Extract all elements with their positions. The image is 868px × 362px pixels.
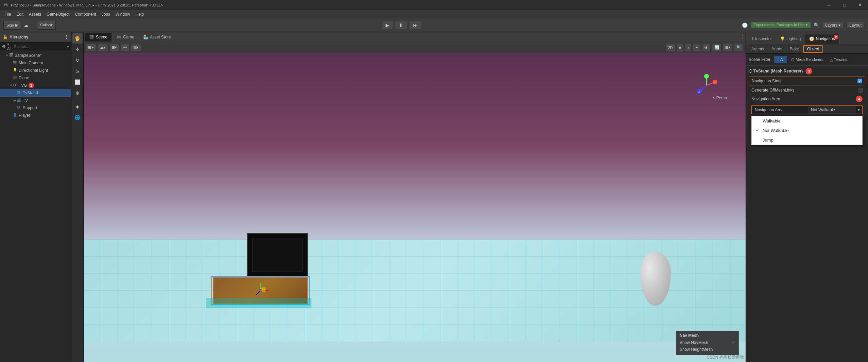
scene-grid-btn[interactable]: ≡▾ <box>121 44 130 51</box>
close-button[interactable]: ✕ <box>852 0 868 10</box>
tree-item-tvstand[interactable]: ⬡ TvStand <box>0 89 71 97</box>
filter-all-button[interactable]: □ All <box>774 56 787 63</box>
filter-terrains-button[interactable]: △ Terrains <box>828 56 850 63</box>
tree-label-support: Support <box>23 105 37 110</box>
menu-edit[interactable]: Edit <box>14 11 26 17</box>
walkable-label: Walkable <box>763 118 781 124</box>
maximize-button[interactable]: □ <box>837 0 852 10</box>
scene-overlay-btn[interactable]: ☁▾ <box>98 44 108 51</box>
tvstand-icon: ⬡ <box>17 90 22 95</box>
scene-cam-btn[interactable]: 🔍 <box>734 44 744 51</box>
not-walkable-check: ✓ <box>756 128 761 133</box>
plane-icon: ⬛ <box>13 76 18 80</box>
menu-help[interactable]: Help <box>133 11 147 17</box>
scene-hidden-btn[interactable]: 👁 <box>702 44 711 51</box>
rotate-tool[interactable]: ↻ <box>72 55 83 65</box>
layers-button[interactable]: Layers ▾ <box>822 22 844 29</box>
hierarchy-search[interactable]: ⊕ ▾ All + <box>0 42 71 50</box>
tree-item-support[interactable]: ⬡ Support <box>0 104 71 112</box>
hierarchy-lock-icon[interactable]: 🔓 <box>3 35 8 39</box>
tree-item-tv[interactable]: ▶ 📺 TV <box>0 97 71 104</box>
nav-subtab-areas[interactable]: Areas <box>768 45 785 53</box>
scene-lighting-btn[interactable]: ● <box>677 44 684 51</box>
menu-assets[interactable]: Assets <box>26 11 44 17</box>
cloud-icon[interactable]: ☁ <box>24 22 29 28</box>
hierarchy-menu-icon[interactable]: ⋮ <box>64 35 68 39</box>
menu-window[interactable]: Window <box>113 11 133 17</box>
nav-subtab-bake[interactable]: Bake <box>786 45 802 53</box>
tree-item-player[interactable]: 👤 Player <box>0 112 71 119</box>
filter-meshrenderers-button[interactable]: ⬡ Mesh Renderers <box>788 56 826 63</box>
scene-gizmo-btn[interactable]: ⊞ ▾ <box>86 44 96 51</box>
filter-terrain-icon: △ <box>830 57 833 62</box>
navmesh-row-shownavmesh[interactable]: Show NavMesh ✓ <box>680 339 735 346</box>
nav-subtab-agents[interactable]: Agents <box>748 45 767 53</box>
nav-static-checkbox[interactable]: ✓ <box>857 79 862 83</box>
menu-file[interactable]: File <box>2 11 14 17</box>
scale-tool[interactable]: ⇲ <box>72 66 83 76</box>
generate-offmesh-checkbox[interactable] <box>858 88 863 93</box>
tab-game[interactable]: 🎮 Game <box>112 33 138 42</box>
scene-viewport[interactable]: X Y Z < Persp Nav Mesh Show NavMesh ✓ <box>84 53 746 362</box>
scene-audio-btn[interactable]: ♪ <box>685 44 692 51</box>
svg-text:X: X <box>714 81 716 84</box>
experimental-packages-button[interactable]: Experimental Packages In Use ▾ <box>750 22 811 28</box>
hierarchy-add-icon[interactable]: + <box>67 44 69 49</box>
menu-component[interactable]: Component <box>72 11 99 17</box>
tab-scene[interactable]: 🎬 Scene <box>85 33 112 42</box>
tv-monitor-3d <box>247 233 308 277</box>
tree-label-player: Player <box>19 113 30 118</box>
navmesh-row-showheightmesh[interactable]: Show HeightMesh <box>680 346 735 353</box>
tab-navigation[interactable]: 🧭 Navigation 2 <box>805 34 839 44</box>
play-button[interactable]: ▶ <box>382 21 393 29</box>
dropdown-option-not-walkable[interactable]: ✓ Not Walkable <box>752 126 862 135</box>
scene-2d-btn[interactable]: 2D <box>666 44 675 51</box>
viewport-menu-icon[interactable]: ⋮ <box>740 35 744 39</box>
nav-subtab-object[interactable]: Object <box>803 45 823 53</box>
hand-tool[interactable]: 🖐 <box>72 33 83 44</box>
minimize-button[interactable]: ─ <box>821 0 837 10</box>
nav-area-selected-value: Not Walkable <box>811 108 835 112</box>
right-panel: ℹ Inspector 💡 Lighting 🧭 Navigation 2 Ag… <box>746 32 868 362</box>
step-button[interactable]: ⏭ <box>410 21 421 29</box>
scene-orientation-gizmo[interactable]: X Y Z <box>695 73 718 97</box>
scene-filter-label: Scene Filter: <box>749 57 771 62</box>
scene-icon: 🎬 <box>9 53 14 58</box>
search-icon[interactable]: 🔍 <box>814 22 819 28</box>
scene-tab-icon: 🎬 <box>89 35 94 39</box>
tab-lighting[interactable]: 💡 Lighting <box>776 34 805 44</box>
transform-tool[interactable]: ⊕ <box>72 88 83 98</box>
history-icon[interactable]: 🕐 <box>742 22 748 28</box>
nav-area-dropdown[interactable]: Navigation Area Not Walkable ▼ <box>751 105 863 114</box>
tab-inspector[interactable]: ℹ Inspector <box>748 34 776 44</box>
nav-area-dropdown-label: Navigation Area <box>752 108 808 112</box>
dropdown-option-jump[interactable]: Jump <box>752 135 862 145</box>
navmesh-panel-title: Nav Mesh <box>680 333 735 338</box>
signin-button[interactable]: Sign In <box>3 21 21 30</box>
global-tool[interactable]: 🌐 <box>72 112 83 122</box>
pause-button[interactable]: ⏸ <box>395 21 407 29</box>
layout-button[interactable]: Layout <box>846 22 865 29</box>
pivot-tool[interactable]: ◈ <box>72 101 83 112</box>
scene-fx-btn[interactable]: ✦ <box>693 44 701 51</box>
scene-snap-btn[interactable]: ⊞▾ <box>109 44 119 51</box>
tree-item-plane[interactable]: ⬛ Plane <box>0 74 71 82</box>
scene-stats-btn[interactable]: 📊 <box>712 44 721 51</box>
collab-button[interactable]: Collab▾ <box>37 21 56 30</box>
dropdown-option-walkable[interactable]: Walkable <box>752 116 862 126</box>
tree-item-maincamera[interactable]: 📷 Main Camera <box>0 59 71 67</box>
menu-jobs[interactable]: Jobs <box>99 11 113 17</box>
tab-asset-store[interactable]: 🏪 Asset Store <box>139 33 175 42</box>
scene-gizmos-btn[interactable]: ⊞▾ <box>723 44 733 51</box>
tree-item-dirlight[interactable]: 💡 Directional Light <box>0 67 71 74</box>
scene-render-btn[interactable]: ▤▾ <box>131 44 141 51</box>
scene-toolbar: ⊞ ▾ ☁▾ ⊞▾ ≡▾ ▤▾ 2D ● ♪ ✦ 👁 📊 ⊞▾ 🔍 <box>84 42 746 53</box>
move-tool[interactable]: ✛ <box>72 44 83 54</box>
tree-item-tvg[interactable]: ▼ ⬡ TVG 1 <box>0 82 71 89</box>
tree-item-samplescene[interactable]: ▼ 🎬 SampleScene* <box>0 52 71 59</box>
rect-tool[interactable]: ⬜ <box>72 77 83 87</box>
game-tab-label: Game <box>123 35 134 39</box>
hierarchy-search-input[interactable] <box>14 45 67 49</box>
show-heightmesh-label: Show HeightMesh <box>680 347 713 352</box>
menu-gameobject[interactable]: GameObject <box>44 11 72 17</box>
